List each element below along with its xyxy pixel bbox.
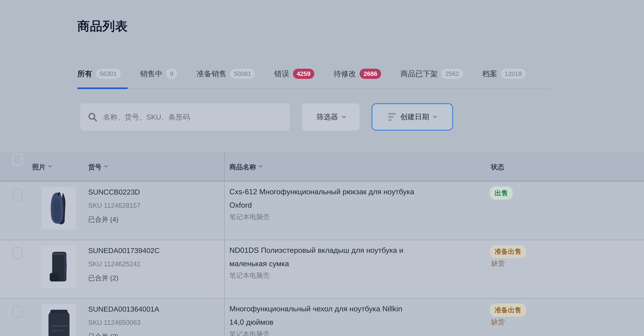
select-all-checkbox[interactable] xyxy=(12,153,23,165)
tab-count-badge: 12018 xyxy=(501,69,526,79)
sku: SKU 1124628157 xyxy=(88,201,141,209)
status-badge: 出售 xyxy=(490,186,512,200)
chevron-down-icon xyxy=(48,164,52,168)
tab-label: 准备销售 xyxy=(196,69,226,79)
availability-label: 缺货 xyxy=(491,259,505,268)
filters-button[interactable]: 筛选器 xyxy=(302,103,360,131)
product-photo[interactable] xyxy=(42,187,76,229)
chevron-down-icon xyxy=(342,114,346,118)
laptop-sleeve-image xyxy=(44,306,74,336)
chevron-down-icon xyxy=(433,114,437,118)
backpack-image xyxy=(44,189,74,228)
tab-count-badge-alert: 2686 xyxy=(360,69,381,79)
table-row: SUNEDA001739402C SKU 1124625241 已合并 (2) … xyxy=(0,240,644,298)
column-header-photo[interactable]: 照片 xyxy=(32,163,52,171)
column-header-article[interactable]: 货号 xyxy=(88,163,108,171)
product-name-line2[interactable]: Oxford xyxy=(230,201,252,209)
page-title: 商品列表 xyxy=(77,18,128,35)
merged-label[interactable]: 已合并 (2) xyxy=(88,332,118,336)
table-row: SUNEDA001364001A SKU 1124650063 已合并 (2) … xyxy=(0,298,644,336)
sku: SKU 1124650063 xyxy=(88,319,141,326)
column-header-name[interactable]: 商品名称 xyxy=(230,163,262,171)
column-divider xyxy=(224,152,225,336)
tab-to-fix[interactable]: 待修改 2686 xyxy=(334,69,381,79)
tab-label: 所有 xyxy=(77,69,92,79)
row-checkbox[interactable] xyxy=(12,247,23,259)
tab-archive[interactable]: 档案 12018 xyxy=(482,69,526,79)
tab-count-badge: 50081 xyxy=(230,69,255,79)
filter-lines-icon xyxy=(388,113,396,121)
tab-all[interactable]: 所有 56301 xyxy=(77,69,121,79)
status-tabs: 所有 56301 销售中 9 准备销售 50081 错误 4259 待修改 26… xyxy=(77,69,526,79)
table-header: 照片 货号 商品名称 状态 您的价格 价格指数 存货 xyxy=(0,152,644,181)
column-header-price: 您的价格 xyxy=(598,154,644,163)
search-icon xyxy=(87,112,98,122)
merged-label[interactable]: 已合并 (2) xyxy=(88,274,118,283)
article-number: SUNEDA001364001A xyxy=(88,305,159,313)
product-list-page: 商品列表 添加商品 下载 所有 56301 销售中 9 准备销售 50081 错… xyxy=(0,0,644,336)
sku: SKU 1124625241 xyxy=(88,260,141,268)
filters-button-label: 筛选器 xyxy=(316,112,338,122)
tab-label: 错误 xyxy=(274,69,289,79)
column-label: 商品名称 xyxy=(230,163,256,171)
product-name-line1[interactable]: Многофункциональный чехол для ноутбука N… xyxy=(230,304,402,313)
tab-errors[interactable]: 错误 4259 xyxy=(274,69,314,79)
tab-selling[interactable]: 销售中 9 xyxy=(140,69,177,79)
creation-date-filter-button[interactable]: 创建日期 xyxy=(372,103,453,131)
product-name-line1[interactable]: Cxs-612 Многофункциональный рюкзак для н… xyxy=(230,187,414,196)
row-checkbox[interactable] xyxy=(12,306,23,318)
tab-label: 档案 xyxy=(482,69,497,79)
product-category: 笔记本电脑壳 xyxy=(230,271,270,280)
tab-label: 待修改 xyxy=(334,69,356,79)
status-badge: 准备出售 xyxy=(490,245,526,258)
article-number: SUNCCB0223D xyxy=(88,188,140,196)
product-name-line2[interactable]: маленькая сумка xyxy=(230,259,289,268)
tab-ready-to-sell[interactable]: 准备销售 50081 xyxy=(196,69,255,79)
product-category: 笔记本电脑壳 xyxy=(230,330,270,336)
laptop-bag-image xyxy=(44,247,74,286)
tab-count-badge: 9 xyxy=(166,69,177,79)
column-header-price-index: 价格指数 xyxy=(598,167,644,176)
tab-delisted[interactable]: 商品已下架 2562 xyxy=(400,69,463,79)
tab-count-badge: 56301 xyxy=(96,69,121,79)
tab-count-badge: 2562 xyxy=(442,69,463,79)
merged-label[interactable]: 已合并 (4) xyxy=(88,215,118,224)
availability-label: 缺货 xyxy=(491,318,505,327)
tab-label: 销售中 xyxy=(140,69,162,79)
row-checkbox[interactable] xyxy=(12,189,23,200)
table-row: SUNCCB0223D SKU 1124628157 已合并 (4) Cxs-6… xyxy=(0,181,644,240)
product-photo[interactable] xyxy=(42,304,76,336)
tab-label: 商品已下架 xyxy=(400,69,438,79)
product-name-line2[interactable]: 14,0 дюймов xyxy=(230,318,274,326)
column-label: 照片 xyxy=(32,163,46,171)
status-badge: 准备出售 xyxy=(490,304,526,317)
active-tab-underline xyxy=(77,87,128,89)
article-number: SUNEDA001739402C xyxy=(88,246,160,255)
tabs-baseline xyxy=(77,88,549,89)
creation-date-label: 创建日期 xyxy=(400,112,429,122)
tab-count-badge-alert: 4259 xyxy=(293,69,314,79)
filter-row: 筛选器 创建日期 xyxy=(80,103,453,131)
search-input[interactable] xyxy=(103,113,270,121)
column-label: 货号 xyxy=(88,163,102,171)
product-name-line1[interactable]: ND01DS Полиэстеровый вкладыш для ноутбук… xyxy=(230,246,403,254)
chevron-down-icon xyxy=(104,164,108,168)
search-box[interactable] xyxy=(80,103,290,131)
product-category: 笔记本电脑壳 xyxy=(230,212,270,221)
column-label: 状态 xyxy=(491,163,504,171)
product-photo[interactable] xyxy=(42,246,76,288)
chevron-down-icon xyxy=(259,164,262,168)
column-header-status: 状态 xyxy=(491,163,504,171)
